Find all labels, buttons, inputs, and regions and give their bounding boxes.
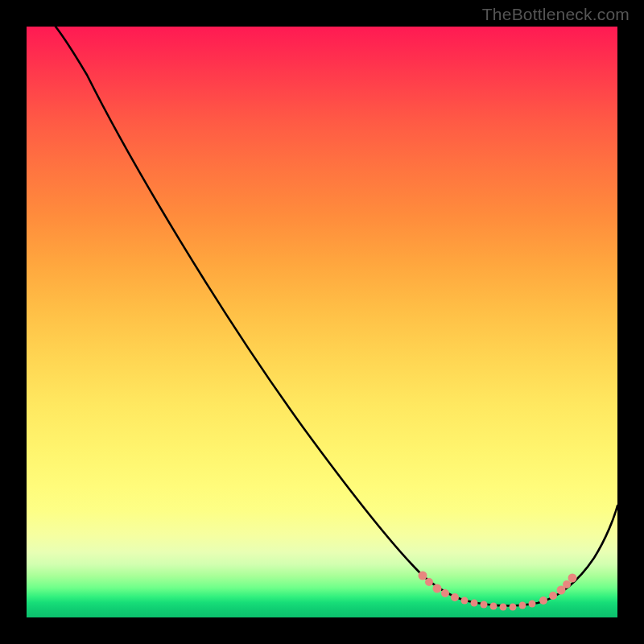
svg-point-0 [419,572,427,580]
svg-point-9 [500,604,507,611]
svg-point-13 [539,597,547,605]
svg-point-2 [433,584,442,593]
svg-point-5 [461,597,469,605]
svg-point-14 [549,592,557,600]
bottleneck-curve [56,27,617,606]
svg-point-12 [529,601,536,608]
curve-layer [27,27,617,617]
svg-point-7 [481,601,488,609]
svg-point-16 [563,580,571,588]
svg-point-4 [451,593,459,601]
svg-point-6 [471,600,478,607]
svg-point-8 [490,603,497,610]
attribution-text: TheBottleneck.com [482,5,630,24]
svg-point-1 [425,578,433,586]
plot-area [27,27,617,617]
svg-point-11 [519,602,526,609]
svg-point-10 [510,604,517,611]
chart-frame: TheBottleneck.com [0,0,644,644]
svg-point-17 [568,574,577,583]
svg-point-3 [441,589,449,597]
